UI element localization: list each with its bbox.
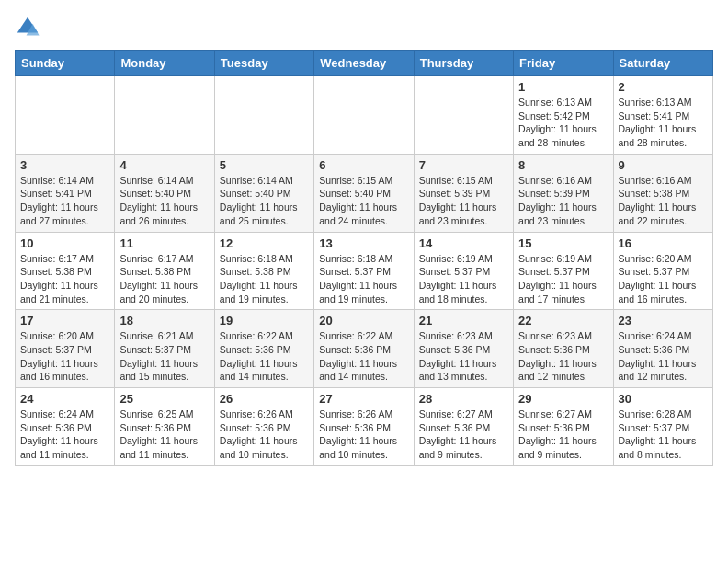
day-info: Sunrise: 6:19 AMSunset: 5:37 PMDaylight:… (419, 252, 508, 306)
calendar-cell: 8Sunrise: 6:16 AMSunset: 5:39 PMDaylight… (514, 154, 613, 232)
day-number: 10 (20, 236, 109, 250)
day-of-week-header: Monday (115, 51, 214, 76)
calendar-cell: 20Sunrise: 6:22 AMSunset: 5:36 PMDayligh… (314, 310, 414, 388)
calendar-cell: 18Sunrise: 6:21 AMSunset: 5:37 PMDayligh… (115, 310, 214, 388)
day-number: 11 (119, 236, 209, 250)
day-number: 25 (119, 392, 209, 406)
day-number: 28 (419, 392, 508, 406)
calendar-cell: 1Sunrise: 6:13 AMSunset: 5:42 PMDaylight… (514, 76, 613, 155)
calendar-cell: 27Sunrise: 6:26 AMSunset: 5:36 PMDayligh… (314, 388, 414, 466)
day-of-week-header: Saturday (613, 51, 712, 76)
day-number: 9 (619, 158, 708, 172)
day-number: 8 (518, 158, 608, 172)
day-number: 14 (419, 236, 508, 250)
day-number: 29 (518, 392, 608, 406)
day-number: 21 (419, 314, 508, 327)
calendar-week-row: 10Sunrise: 6:17 AMSunset: 5:38 PMDayligh… (16, 232, 713, 310)
calendar-cell: 6Sunrise: 6:15 AMSunset: 5:40 PMDaylight… (314, 154, 414, 232)
calendar-week-row: 3Sunrise: 6:14 AMSunset: 5:41 PMDaylight… (16, 154, 713, 232)
day-info: Sunrise: 6:15 AMSunset: 5:40 PMDaylight:… (319, 174, 408, 228)
calendar-cell: 3Sunrise: 6:14 AMSunset: 5:41 PMDaylight… (16, 154, 115, 232)
day-number: 12 (220, 236, 309, 250)
calendar-cell: 7Sunrise: 6:15 AMSunset: 5:39 PMDaylight… (414, 154, 513, 232)
calendar-cell: 24Sunrise: 6:24 AMSunset: 5:36 PMDayligh… (16, 388, 115, 466)
page-header (15, 15, 713, 40)
day-info: Sunrise: 6:17 AMSunset: 5:38 PMDaylight:… (119, 252, 209, 306)
day-number: 4 (119, 158, 209, 172)
day-number: 6 (319, 158, 408, 172)
calendar-cell: 30Sunrise: 6:28 AMSunset: 5:37 PMDayligh… (613, 388, 712, 466)
calendar-cell: 9Sunrise: 6:16 AMSunset: 5:38 PMDaylight… (613, 154, 712, 232)
day-number: 3 (20, 158, 109, 172)
calendar-header-row: SundayMondayTuesdayWednesdayThursdayFrid… (16, 51, 713, 76)
day-number: 26 (220, 392, 309, 406)
day-info: Sunrise: 6:26 AMSunset: 5:36 PMDaylight:… (319, 408, 408, 462)
day-info: Sunrise: 6:16 AMSunset: 5:38 PMDaylight:… (619, 174, 708, 228)
day-number: 24 (20, 392, 109, 406)
day-info: Sunrise: 6:26 AMSunset: 5:36 PMDaylight:… (220, 408, 309, 462)
logo (15, 15, 44, 40)
day-info: Sunrise: 6:15 AMSunset: 5:39 PMDaylight:… (419, 174, 508, 228)
day-number: 7 (419, 158, 508, 172)
day-number: 17 (20, 314, 109, 327)
calendar-cell: 29Sunrise: 6:27 AMSunset: 5:36 PMDayligh… (514, 388, 613, 466)
day-info: Sunrise: 6:24 AMSunset: 5:36 PMDaylight:… (619, 329, 708, 384)
day-of-week-header: Thursday (414, 51, 513, 76)
day-info: Sunrise: 6:14 AMSunset: 5:40 PMDaylight:… (119, 174, 209, 228)
calendar-week-row: 1Sunrise: 6:13 AMSunset: 5:42 PMDaylight… (16, 76, 713, 155)
calendar-cell: 16Sunrise: 6:20 AMSunset: 5:37 PMDayligh… (613, 232, 712, 310)
day-info: Sunrise: 6:13 AMSunset: 5:41 PMDaylight:… (619, 96, 708, 150)
logo-icon (15, 15, 40, 40)
day-info: Sunrise: 6:23 AMSunset: 5:36 PMDaylight:… (518, 329, 608, 384)
calendar-cell (314, 76, 414, 155)
calendar-cell: 21Sunrise: 6:23 AMSunset: 5:36 PMDayligh… (414, 310, 513, 388)
calendar-table: SundayMondayTuesdayWednesdayThursdayFrid… (15, 50, 713, 466)
calendar-cell: 25Sunrise: 6:25 AMSunset: 5:36 PMDayligh… (115, 388, 214, 466)
day-info: Sunrise: 6:27 AMSunset: 5:36 PMDaylight:… (518, 408, 608, 462)
day-info: Sunrise: 6:27 AMSunset: 5:36 PMDaylight:… (419, 408, 508, 462)
calendar-cell: 14Sunrise: 6:19 AMSunset: 5:37 PMDayligh… (414, 232, 513, 310)
day-of-week-header: Friday (514, 51, 613, 76)
calendar-cell (115, 76, 214, 155)
day-number: 15 (518, 236, 608, 250)
day-number: 19 (220, 314, 309, 327)
calendar-cell: 28Sunrise: 6:27 AMSunset: 5:36 PMDayligh… (414, 388, 513, 466)
day-number: 16 (619, 236, 708, 250)
day-number: 27 (319, 392, 408, 406)
day-of-week-header: Sunday (16, 51, 115, 76)
calendar-cell (214, 76, 313, 155)
day-info: Sunrise: 6:28 AMSunset: 5:37 PMDaylight:… (619, 408, 708, 462)
day-number: 30 (619, 392, 708, 406)
calendar-week-row: 17Sunrise: 6:20 AMSunset: 5:37 PMDayligh… (16, 310, 713, 388)
day-info: Sunrise: 6:19 AMSunset: 5:37 PMDaylight:… (518, 252, 608, 306)
calendar-cell: 12Sunrise: 6:18 AMSunset: 5:38 PMDayligh… (214, 232, 313, 310)
day-number: 5 (220, 158, 309, 172)
day-info: Sunrise: 6:16 AMSunset: 5:39 PMDaylight:… (518, 174, 608, 228)
day-info: Sunrise: 6:22 AMSunset: 5:36 PMDaylight:… (319, 329, 408, 384)
day-info: Sunrise: 6:18 AMSunset: 5:37 PMDaylight:… (319, 252, 408, 306)
calendar-cell: 17Sunrise: 6:20 AMSunset: 5:37 PMDayligh… (16, 310, 115, 388)
day-info: Sunrise: 6:17 AMSunset: 5:38 PMDaylight:… (20, 252, 109, 306)
calendar-cell: 2Sunrise: 6:13 AMSunset: 5:41 PMDaylight… (613, 76, 712, 155)
day-info: Sunrise: 6:20 AMSunset: 5:37 PMDaylight:… (20, 329, 109, 384)
day-of-week-header: Tuesday (214, 51, 313, 76)
day-info: Sunrise: 6:25 AMSunset: 5:36 PMDaylight:… (119, 408, 209, 462)
calendar-cell: 13Sunrise: 6:18 AMSunset: 5:37 PMDayligh… (314, 232, 414, 310)
calendar-cell: 22Sunrise: 6:23 AMSunset: 5:36 PMDayligh… (514, 310, 613, 388)
calendar-week-row: 24Sunrise: 6:24 AMSunset: 5:36 PMDayligh… (16, 388, 713, 466)
day-info: Sunrise: 6:24 AMSunset: 5:36 PMDaylight:… (20, 408, 109, 462)
day-number: 13 (319, 236, 408, 250)
calendar-cell: 4Sunrise: 6:14 AMSunset: 5:40 PMDaylight… (115, 154, 214, 232)
day-info: Sunrise: 6:22 AMSunset: 5:36 PMDaylight:… (220, 329, 309, 384)
day-number: 1 (518, 80, 608, 94)
day-info: Sunrise: 6:14 AMSunset: 5:40 PMDaylight:… (220, 174, 309, 228)
day-info: Sunrise: 6:21 AMSunset: 5:37 PMDaylight:… (119, 329, 209, 384)
day-info: Sunrise: 6:14 AMSunset: 5:41 PMDaylight:… (20, 174, 109, 228)
calendar-cell (414, 76, 513, 155)
day-number: 18 (119, 314, 209, 327)
day-info: Sunrise: 6:23 AMSunset: 5:36 PMDaylight:… (419, 329, 508, 384)
calendar-cell: 5Sunrise: 6:14 AMSunset: 5:40 PMDaylight… (214, 154, 313, 232)
day-info: Sunrise: 6:20 AMSunset: 5:37 PMDaylight:… (619, 252, 708, 306)
calendar-cell: 23Sunrise: 6:24 AMSunset: 5:36 PMDayligh… (613, 310, 712, 388)
day-number: 20 (319, 314, 408, 327)
